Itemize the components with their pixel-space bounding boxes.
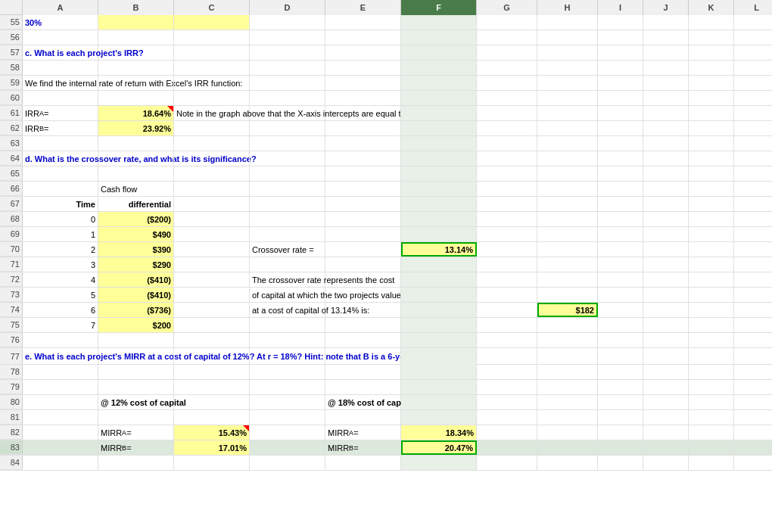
cell-70-L[interactable]	[734, 242, 772, 257]
cell-66-L[interactable]	[734, 182, 772, 196]
cell-78-E[interactable]	[325, 365, 401, 379]
cell-55-D[interactable]	[250, 15, 325, 30]
cell-78-A[interactable]	[23, 365, 98, 379]
cell-65-A[interactable]	[23, 166, 98, 181]
cell-82-K[interactable]	[689, 425, 734, 440]
cell-79-A[interactable]	[23, 380, 98, 394]
cell-75-H[interactable]	[537, 318, 598, 332]
cell-70-D[interactable]: Crossover rate =	[250, 242, 325, 257]
cell-78-C[interactable]	[174, 365, 250, 379]
cell-83-F[interactable]: 20.47%	[401, 440, 477, 455]
col-header-J[interactable]: J	[643, 0, 689, 15]
cell-76-I[interactable]	[598, 333, 643, 347]
cell-70-H[interactable]	[537, 242, 598, 257]
col-header-E[interactable]: E	[325, 0, 401, 15]
cell-72-J[interactable]	[643, 272, 689, 287]
cell-78-H[interactable]	[537, 365, 598, 379]
cell-69-A[interactable]: 1	[23, 227, 98, 241]
cell-58-K[interactable]	[689, 61, 734, 75]
cell-56-K[interactable]	[689, 30, 734, 45]
cell-74-B[interactable]: ($736)	[98, 303, 174, 317]
cell-77-G[interactable]	[477, 348, 537, 365]
cell-82-G[interactable]	[477, 425, 537, 440]
cell-77-H[interactable]	[537, 348, 598, 365]
cell-59-I[interactable]	[598, 76, 643, 90]
cell-61-K[interactable]	[689, 106, 734, 120]
cell-67-J[interactable]	[643, 197, 689, 211]
cell-69-B[interactable]: $490	[98, 227, 174, 241]
cell-59-K[interactable]	[689, 76, 734, 90]
cell-82-L[interactable]	[734, 425, 772, 440]
cell-78-I[interactable]	[598, 365, 643, 379]
cell-57-B[interactable]	[98, 45, 174, 60]
cell-66-H[interactable]	[537, 182, 598, 196]
cell-73-K[interactable]	[689, 288, 734, 302]
cell-70-I[interactable]	[598, 242, 643, 257]
cell-60-E[interactable]	[325, 91, 401, 105]
cell-56-H[interactable]	[537, 30, 598, 45]
cell-79-B[interactable]	[98, 380, 174, 394]
cell-73-A[interactable]: 5	[23, 288, 98, 302]
cell-72-C[interactable]	[174, 272, 250, 287]
cell-74-F[interactable]	[401, 303, 477, 317]
cell-70-A[interactable]: 2	[23, 242, 98, 257]
cell-60-H[interactable]	[537, 91, 598, 105]
cell-62-E[interactable]	[325, 121, 401, 135]
cell-70-E[interactable]	[325, 242, 401, 257]
cell-70-K[interactable]	[689, 242, 734, 257]
cell-63-K[interactable]	[689, 136, 734, 151]
cell-74-L[interactable]	[734, 303, 772, 317]
cell-55-B[interactable]	[98, 15, 174, 30]
cell-73-C[interactable]	[174, 288, 250, 302]
cell-57-I[interactable]	[598, 45, 643, 60]
cell-81-H[interactable]	[537, 410, 598, 425]
cell-58-E[interactable]	[325, 61, 401, 75]
cell-71-E[interactable]	[325, 257, 401, 272]
cell-69-L[interactable]	[734, 227, 772, 241]
cell-67-D[interactable]	[250, 197, 325, 211]
cell-62-H[interactable]	[537, 121, 598, 135]
cell-77-I[interactable]	[598, 348, 643, 365]
cell-76-D[interactable]	[250, 333, 325, 347]
cell-56-B[interactable]	[98, 30, 174, 45]
cell-61-A[interactable]: IRR A =	[23, 106, 98, 120]
cell-77-D[interactable]	[250, 348, 325, 365]
cell-75-L[interactable]	[734, 318, 772, 332]
cell-75-A[interactable]: 7	[23, 318, 98, 332]
cell-74-E[interactable]	[325, 303, 401, 317]
cell-83-L[interactable]	[734, 440, 772, 455]
cell-59-F[interactable]	[401, 76, 477, 90]
cell-74-H[interactable]: $182	[537, 303, 598, 317]
cell-82-I[interactable]	[598, 425, 643, 440]
cell-73-H[interactable]	[537, 288, 598, 302]
cell-74-A[interactable]: 6	[23, 303, 98, 317]
cell-63-G[interactable]	[477, 136, 537, 151]
col-header-A[interactable]: A	[23, 0, 98, 15]
cell-68-A[interactable]: 0	[23, 212, 98, 226]
cell-66-D[interactable]	[250, 182, 325, 196]
cell-59-E[interactable]	[325, 76, 401, 90]
cell-73-I[interactable]	[598, 288, 643, 302]
cell-59-H[interactable]	[537, 76, 598, 90]
cell-82-B[interactable]: MIRR A =	[98, 425, 174, 440]
cell-58-A[interactable]	[23, 61, 98, 75]
cell-84-A[interactable]	[23, 456, 98, 470]
cell-55-G[interactable]	[477, 15, 537, 30]
cell-66-A[interactable]	[23, 182, 98, 196]
cell-56-E[interactable]	[325, 30, 401, 45]
cell-56-G[interactable]	[477, 30, 537, 45]
col-header-I[interactable]: I	[598, 0, 643, 15]
cell-72-E[interactable]	[325, 272, 401, 287]
cell-68-D[interactable]	[250, 212, 325, 226]
cell-82-H[interactable]	[537, 425, 598, 440]
cell-80-G[interactable]	[477, 395, 537, 409]
cell-56-A[interactable]	[23, 30, 98, 45]
col-header-L[interactable]: L	[734, 0, 772, 15]
cell-84-C[interactable]	[174, 456, 250, 470]
cell-65-F[interactable]	[401, 166, 477, 181]
cell-83-D[interactable]	[250, 440, 325, 455]
cell-68-J[interactable]	[643, 212, 689, 226]
cell-60-K[interactable]	[689, 91, 734, 105]
cell-55-F[interactable]	[401, 15, 477, 30]
cell-80-E[interactable]: @ 18% cost of capital	[325, 395, 401, 409]
